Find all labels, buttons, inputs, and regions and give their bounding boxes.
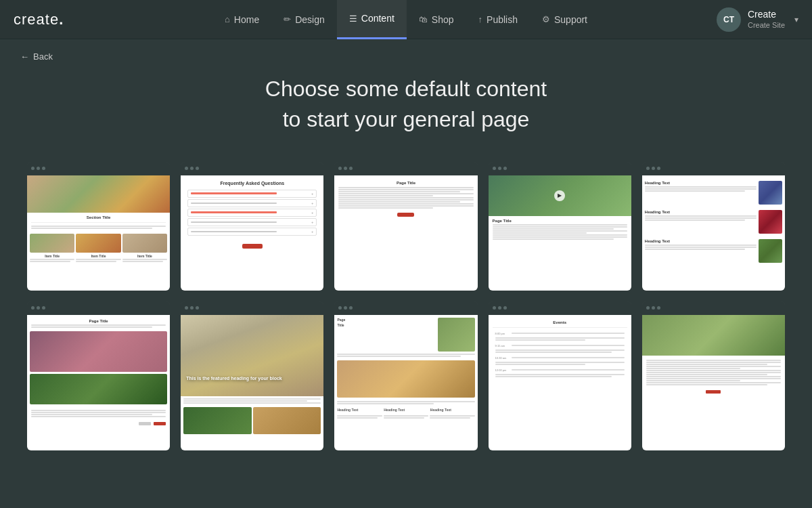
publish-icon: ↑ bbox=[478, 14, 483, 24]
dot bbox=[196, 306, 199, 310]
preview-line bbox=[646, 370, 781, 371]
preview-line bbox=[495, 362, 625, 363]
nav-design[interactable]: ✏ Design bbox=[271, 0, 337, 39]
card-dots bbox=[642, 301, 785, 315]
events-time: 10:30 am bbox=[495, 356, 509, 360]
preview-line bbox=[76, 261, 116, 262]
dot bbox=[657, 167, 660, 170]
card-dots bbox=[334, 162, 477, 175]
preview-line bbox=[337, 356, 461, 357]
card-dots bbox=[181, 301, 323, 315]
dot bbox=[190, 167, 194, 170]
preview-line bbox=[338, 199, 473, 200]
events-row: 12:00 pm bbox=[493, 367, 627, 373]
video-page-title: Page Title bbox=[493, 219, 627, 223]
preview-line bbox=[338, 201, 459, 203]
template-article-side[interactable] bbox=[642, 301, 785, 450]
app-logo[interactable]: create. bbox=[14, 11, 64, 28]
template-faq[interactable]: Frequently Asked Questions + + + bbox=[181, 162, 323, 291]
dot bbox=[190, 306, 194, 310]
user-info: Create Create Site bbox=[748, 8, 785, 30]
preview-top-image bbox=[642, 315, 785, 356]
preview-three-cols: Item Title Item Title Item Title bbox=[27, 232, 170, 264]
nav-home[interactable]: ⌂ Home bbox=[212, 0, 271, 39]
dot bbox=[344, 167, 347, 170]
preview-btn-red bbox=[154, 422, 166, 425]
arrow-left-icon: ← bbox=[20, 51, 29, 62]
template-featured-overlay[interactable]: This is the featured heading for your bl… bbox=[181, 301, 323, 450]
template-multi-layout[interactable]: Page Title Heading Text Heading Text bbox=[334, 301, 477, 450]
events-title: Events bbox=[493, 320, 627, 324]
preview-line bbox=[646, 378, 781, 379]
preview-line bbox=[430, 415, 474, 417]
heading-img-row: Heading Text bbox=[642, 238, 785, 264]
dot bbox=[349, 167, 353, 170]
preview-line bbox=[338, 197, 473, 198]
faq-expand-icon: + bbox=[311, 192, 314, 196]
heading-image bbox=[759, 181, 782, 205]
app-header: create. ⌂ Home ✏ Design ☰ Content 🛍 Shop… bbox=[0, 0, 812, 39]
col-item: Item Title bbox=[76, 234, 120, 263]
preview-line bbox=[645, 186, 757, 188]
template-heading-images[interactable]: Heading Text Heading Text bbox=[642, 162, 785, 291]
user-area: CT Create Create Site ▾ bbox=[717, 7, 798, 32]
template-article[interactable]: Page Title bbox=[334, 162, 477, 291]
main-nav: ⌂ Home ✏ Design ☰ Content 🛍 Shop ↑ Publi… bbox=[212, 0, 600, 39]
user-name: Create bbox=[748, 8, 785, 20]
nav-shop[interactable]: 🛍 Shop bbox=[407, 0, 466, 39]
faq-button bbox=[242, 244, 263, 249]
dot bbox=[31, 306, 35, 310]
page-title: Choose some default content to start you… bbox=[27, 74, 785, 135]
card-dots bbox=[334, 301, 477, 315]
events-time: 9:15 am bbox=[495, 344, 509, 347]
faq-row: + bbox=[187, 190, 317, 198]
preview-line bbox=[31, 226, 166, 227]
preview-line bbox=[337, 354, 474, 355]
preview-line bbox=[646, 368, 740, 369]
preview-line bbox=[493, 224, 627, 226]
dot bbox=[42, 306, 45, 310]
preview-line bbox=[31, 228, 152, 229]
template-events[interactable]: Events 8:00 pm 9:15 am bbox=[489, 301, 631, 450]
preview-line bbox=[384, 417, 424, 419]
dot bbox=[349, 306, 353, 310]
preview-line bbox=[183, 400, 307, 402]
nav-publish[interactable]: ↑ Publish bbox=[466, 0, 530, 39]
preview-line bbox=[645, 249, 746, 250]
col-item: Item Title bbox=[122, 234, 167, 263]
page-heading: Choose some default content to start you… bbox=[27, 74, 785, 135]
template-video[interactable]: ▶ Page Title bbox=[489, 162, 631, 291]
support-icon: ⚙ bbox=[542, 14, 550, 24]
preview-line bbox=[495, 364, 586, 365]
preview-line bbox=[31, 416, 166, 417]
article-side-button bbox=[706, 390, 721, 394]
dot bbox=[185, 306, 188, 310]
preview-line bbox=[338, 203, 473, 205]
preview-line bbox=[31, 414, 152, 415]
preview-line bbox=[495, 350, 625, 351]
preview-line bbox=[495, 374, 625, 375]
card-preview: Heading Text Heading Text bbox=[642, 175, 785, 291]
preview-line bbox=[646, 372, 781, 373]
preview-line bbox=[337, 403, 433, 404]
back-bar: ← Back bbox=[0, 39, 812, 74]
back-button[interactable]: ← Back bbox=[20, 51, 53, 62]
dot bbox=[493, 306, 496, 310]
nav-content[interactable]: ☰ Content bbox=[337, 0, 407, 39]
preview-line bbox=[645, 190, 746, 192]
faq-row-text bbox=[191, 231, 277, 232]
main-content: Choose some default content to start you… bbox=[0, 74, 812, 478]
preview-line bbox=[493, 226, 627, 228]
dot bbox=[185, 167, 188, 170]
dot bbox=[42, 167, 45, 170]
nav-support[interactable]: ⚙ Support bbox=[530, 0, 600, 39]
template-page-images[interactable]: Page Title bbox=[27, 301, 170, 450]
dot bbox=[344, 306, 347, 310]
preview-line bbox=[31, 412, 166, 413]
preview-line bbox=[645, 245, 757, 246]
template-food-grid[interactable]: Section Title Item Title Item Title bbox=[27, 162, 170, 291]
preview-line bbox=[645, 219, 746, 221]
preview-image bbox=[30, 331, 167, 372]
dot bbox=[338, 167, 342, 170]
preview-line bbox=[493, 228, 614, 230]
